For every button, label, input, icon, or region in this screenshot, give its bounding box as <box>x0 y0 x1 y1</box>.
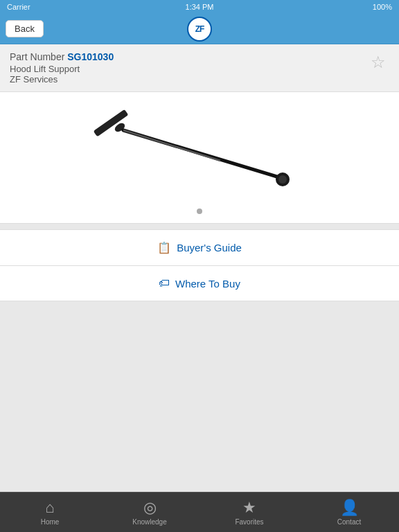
where-to-buy-label: Where To Buy <box>175 278 240 290</box>
part-description: Hood Lift Support <box>10 64 114 74</box>
home-icon: ⌂ <box>45 499 54 517</box>
part-header: Part Number SG101030 Hood Lift Support Z… <box>0 44 399 92</box>
knowledge-icon: ◎ <box>143 499 157 517</box>
tab-home-label: Home <box>41 518 60 526</box>
buyers-guide-button[interactable]: 📋 Buyer's Guide <box>0 229 399 266</box>
product-image-svg <box>82 108 317 198</box>
buyers-guide-label: Buyer's Guide <box>177 242 242 254</box>
tab-knowledge-label: Knowledge <box>132 518 166 526</box>
part-number-value: SG101030 <box>67 51 114 62</box>
back-button[interactable]: Back <box>6 20 44 37</box>
tab-home[interactable]: ⌂ Home <box>0 499 100 526</box>
part-info: Part Number SG101030 Hood Lift Support Z… <box>10 51 114 85</box>
zf-logo: ZF <box>187 17 212 42</box>
part-number-line: Part Number SG101030 <box>10 51 114 62</box>
tab-favorites-label: Favorites <box>235 518 263 526</box>
tab-favorites[interactable]: ★ Favorites <box>200 499 299 526</box>
time-label: 1:34 PM <box>186 3 214 11</box>
product-image <box>0 98 399 209</box>
page-dot-indicator <box>197 209 202 214</box>
where-to-buy-icon: 🏷 <box>159 277 170 290</box>
tab-bar: ⌂ Home ◎ Knowledge ★ Favorites 👤 Contact <box>0 492 399 532</box>
buyers-guide-icon: 📋 <box>157 241 171 254</box>
part-number-label: Part Number <box>10 51 67 62</box>
svg-point-5 <box>278 175 287 184</box>
tab-contact[interactable]: 👤 Contact <box>299 499 399 526</box>
logo-text: ZF <box>195 24 204 34</box>
tab-contact-label: Contact <box>337 518 361 526</box>
product-image-area <box>0 92 399 224</box>
content-area <box>0 301 399 495</box>
svg-rect-1 <box>94 109 129 136</box>
nav-bar: Back ZF <box>0 14 399 44</box>
part-brand: ZF Services <box>10 74 114 85</box>
tab-knowledge[interactable]: ◎ Knowledge <box>100 499 200 526</box>
where-to-buy-button[interactable]: 🏷 Where To Buy <box>0 266 399 301</box>
status-bar: Carrier 1:34 PM 100% <box>0 0 399 14</box>
favorites-icon: ★ <box>242 499 256 517</box>
battery-label: 100% <box>373 3 392 11</box>
carrier-label: Carrier <box>7 3 30 11</box>
star-icon: ☆ <box>371 53 386 72</box>
svg-line-3 <box>123 130 220 161</box>
contact-icon: 👤 <box>340 499 359 517</box>
action-buttons: 📋 Buyer's Guide 🏷 Where To Buy <box>0 229 399 301</box>
favorite-button[interactable]: ☆ <box>367 51 389 73</box>
